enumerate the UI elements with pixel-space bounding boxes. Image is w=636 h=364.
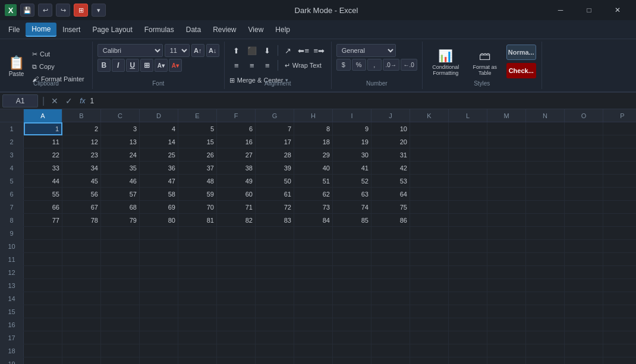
col-header-J[interactable]: J (371, 109, 410, 122)
cell-O12[interactable] (565, 266, 603, 279)
cell-J8[interactable]: 86 (371, 214, 410, 227)
cell-G1[interactable]: 7 (256, 122, 294, 135)
cell-K14[interactable] (410, 292, 449, 305)
cell-A12[interactable] (24, 266, 62, 279)
cell-M8[interactable] (487, 214, 526, 227)
cell-N3[interactable] (526, 148, 565, 162)
cell-P11[interactable] (603, 253, 636, 266)
cell-K2[interactable] (410, 135, 449, 148)
cell-E7[interactable]: 70 (178, 201, 217, 214)
cell-B7[interactable]: 67 (62, 201, 101, 214)
cell-N9[interactable] (526, 227, 565, 240)
cell-O1[interactable] (565, 122, 603, 135)
cell-M17[interactable] (487, 331, 526, 344)
cell-J18[interactable] (371, 344, 410, 357)
cell-E6[interactable]: 59 (178, 188, 217, 201)
cell-K10[interactable] (410, 240, 449, 253)
cell-O19[interactable] (565, 357, 603, 364)
col-header-H[interactable]: H (294, 109, 333, 122)
cell-J10[interactable] (371, 240, 410, 253)
cell-P3[interactable] (603, 148, 636, 162)
align-bottom-button[interactable]: ⬇ (260, 44, 275, 57)
cell-P1[interactable] (603, 122, 636, 135)
cell-B19[interactable] (62, 357, 101, 364)
cell-M12[interactable] (487, 266, 526, 279)
cell-A3[interactable]: 22 (24, 148, 62, 162)
cell-H5[interactable]: 51 (294, 175, 333, 188)
cell-K9[interactable] (410, 227, 449, 240)
cell-M1[interactable] (487, 122, 526, 135)
cell-O4[interactable] (565, 162, 603, 175)
cell-D16[interactable] (140, 318, 178, 331)
cell-C19[interactable] (101, 357, 140, 364)
cell-J9[interactable] (371, 227, 410, 240)
cell-N6[interactable] (526, 188, 565, 201)
cell-J15[interactable] (371, 305, 410, 318)
cell-F18[interactable] (217, 344, 256, 357)
cell-B18[interactable] (62, 344, 101, 357)
shrink-font-button[interactable]: A↓ (206, 44, 219, 57)
cell-L8[interactable] (449, 214, 487, 227)
cell-G16[interactable] (256, 318, 294, 331)
cell-P4[interactable] (603, 162, 636, 175)
cell-K11[interactable] (410, 253, 449, 266)
col-header-L[interactable]: L (449, 109, 487, 122)
menu-formulas[interactable]: Formulas (138, 23, 180, 36)
cell-B17[interactable] (62, 331, 101, 344)
cell-E19[interactable] (178, 357, 217, 364)
cell-P7[interactable] (603, 201, 636, 214)
cell-B16[interactable] (62, 318, 101, 331)
menu-data[interactable]: Data (180, 23, 207, 36)
custom-quick-access-button[interactable]: ⊞ (74, 4, 88, 17)
cell-B10[interactable] (62, 240, 101, 253)
cell-M13[interactable] (487, 279, 526, 292)
cell-J17[interactable] (371, 331, 410, 344)
cell-A18[interactable] (24, 344, 62, 357)
cell-C11[interactable] (101, 253, 140, 266)
cell-K5[interactable] (410, 175, 449, 188)
cell-M7[interactable] (487, 201, 526, 214)
cell-I15[interactable] (333, 305, 371, 318)
cell-J19[interactable] (371, 357, 410, 364)
cell-K8[interactable] (410, 214, 449, 227)
cell-B15[interactable] (62, 305, 101, 318)
col-header-M[interactable]: M (487, 109, 526, 122)
conditional-formatting-button[interactable]: 📊 Conditional Formatting (427, 44, 464, 81)
cell-L19[interactable] (449, 357, 487, 364)
cell-D2[interactable]: 14 (140, 135, 178, 148)
border-button[interactable]: ⊞ (140, 59, 153, 72)
cell-J16[interactable] (371, 318, 410, 331)
cell-C7[interactable]: 68 (101, 201, 140, 214)
cell-H15[interactable] (294, 305, 333, 318)
cell-H19[interactable] (294, 357, 333, 364)
col-header-O[interactable]: O (565, 109, 603, 122)
cell-E18[interactable] (178, 344, 217, 357)
cell-F8[interactable]: 82 (217, 214, 256, 227)
cell-H18[interactable] (294, 344, 333, 357)
percent-button[interactable]: % (352, 59, 366, 71)
align-left-button[interactable]: ≡ (229, 59, 244, 72)
cell-A5[interactable]: 44 (24, 175, 62, 188)
cell-C12[interactable] (101, 266, 140, 279)
cell-P12[interactable] (603, 266, 636, 279)
cell-D19[interactable] (140, 357, 178, 364)
col-header-C[interactable]: C (101, 109, 140, 122)
cell-F17[interactable] (217, 331, 256, 344)
menu-file[interactable]: File (2, 23, 26, 36)
col-header-F[interactable]: F (217, 109, 256, 122)
cell-C13[interactable] (101, 279, 140, 292)
cell-M19[interactable] (487, 357, 526, 364)
cell-G19[interactable] (256, 357, 294, 364)
cell-E5[interactable]: 48 (178, 175, 217, 188)
cell-A6[interactable]: 55 (24, 188, 62, 201)
cell-L1[interactable] (449, 122, 487, 135)
cell-K12[interactable] (410, 266, 449, 279)
col-header-D[interactable]: D (140, 109, 178, 122)
cell-C4[interactable]: 35 (101, 162, 140, 175)
indent-decrease-button[interactable]: ⬅≡ (297, 44, 311, 57)
dec-increase-button[interactable]: .0→ (383, 59, 399, 71)
cell-M4[interactable] (487, 162, 526, 175)
format-as-table-button[interactable]: 🗃 Format as Table (467, 44, 503, 81)
cell-N19[interactable] (526, 357, 565, 364)
menu-insert[interactable]: Insert (56, 23, 86, 36)
